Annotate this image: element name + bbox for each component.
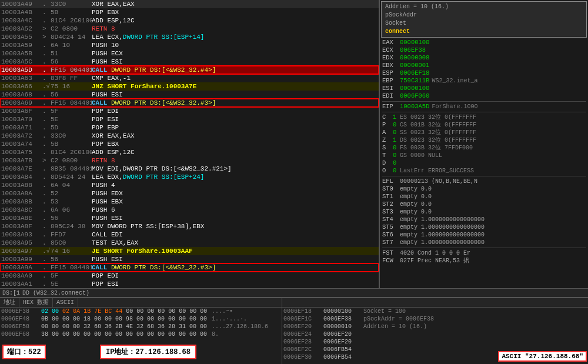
stack-panel[interactable]: 0006EF18 00000100 Socket = 100 0006EF1C … bbox=[282, 298, 588, 364]
table-row[interactable]: 10003A8B . 53 PUSH EBX bbox=[0, 198, 379, 206]
connect-socket: Socket bbox=[385, 19, 583, 28]
table-row[interactable]: 10003A75 . 81C4 2C01000 ADD ESP,12C bbox=[0, 148, 379, 156]
hex-row[interactable]: 0006EF38 02 00 02 0A 1B 7E BC 44 00 00 0… bbox=[0, 308, 282, 315]
table-row[interactable]: 10003A99 . 56 PUSH ESI bbox=[0, 255, 379, 263]
ip-label-box: IP地址：27.126.188.68 bbox=[100, 345, 196, 359]
flag-s: S 0 FS 003B 32位 7FFDF000 bbox=[382, 144, 586, 152]
table-row[interactable]: 10003A8A . 52 PUSH EDX bbox=[0, 189, 379, 198]
hex-panel[interactable]: 地址 HEX 数据 ASCII 0006EF38 02 00 02 0A 1B … bbox=[0, 298, 282, 364]
table-row[interactable]: 10003AA1 . 5E POP ESI bbox=[0, 280, 379, 288]
hex-row[interactable]: 0006EF58 00 00 00 00 32 68 36 2B 4E 32 6… bbox=[0, 323, 282, 330]
status-ds-label: DS:[1 bbox=[2, 290, 20, 296]
table-row[interactable]: 10003A97 .√ 74 16 JE SHORT ForShare.1000… bbox=[0, 247, 379, 255]
register-ecx: ECX 006EF38 bbox=[382, 46, 586, 54]
fpu-st7: ST7 empty 1.0000000000000000 bbox=[382, 239, 586, 246]
fcw-row: FCW 027F Prec NEAR,53 捃 bbox=[382, 257, 586, 265]
right-panel: AddrLen = 10 (16.) pSockAddr Socket conn… bbox=[379, 0, 588, 288]
table-row[interactable]: 10003A8C . 6A 06 PUSH 6 bbox=[0, 206, 379, 214]
table-row[interactable]: 10003AA0 . 5F POP EDI bbox=[0, 272, 379, 280]
table-row[interactable]: 10003A69 . FF15 08440110 CALL DWORD PTR … bbox=[0, 99, 379, 107]
connect-annotation: AddrLen = 10 (16.) pSockAddr Socket conn… bbox=[381, 1, 587, 38]
ascii-value-box: ASCII "27.126.188.68" bbox=[498, 351, 587, 362]
disasm-panel[interactable]: 10003A49 . 33C0 XOR EAX,EAX 10003A4B . 5… bbox=[0, 0, 379, 288]
stack-row[interactable]: 0006EF1C 0006EF38 pSockAddr = 0006EF38 bbox=[282, 315, 588, 323]
main-container: 10003A49 . 33C0 XOR EAX,EAX 10003A4B . 5… bbox=[0, 0, 588, 364]
register-eax: EAX 00000100 bbox=[382, 39, 586, 46]
register-ebx: EBX 00000001 bbox=[382, 62, 586, 69]
fpu-st2: ST2 empty 0.0 bbox=[382, 201, 586, 208]
flag-z: Z 1 DS 0023 32位 0(FFFFFFF bbox=[382, 136, 586, 144]
table-row[interactable]: 10003A66 .√ 75 16 JNZ SHORT ForShare.100… bbox=[0, 82, 379, 91]
flag-o: O 0 LastErr ERROR_SUCCESS bbox=[382, 167, 586, 175]
status-ds-value: DD (WS2_32.connect) bbox=[22, 290, 89, 296]
table-row[interactable]: 10003A84 . 8D5424 24 LEA EDX,DWORD PTR S… bbox=[0, 173, 379, 181]
table-row[interactable]: 10003A8E . 56 PUSH ESI bbox=[0, 214, 379, 222]
top-section: 10003A49 . 33C0 XOR EAX,EAX 10003A4B . 5… bbox=[0, 0, 588, 288]
register-esp: ESP 0006EF18 bbox=[382, 69, 586, 77]
stack-panel-header bbox=[282, 298, 588, 308]
hex-rows: 0006EF38 02 00 02 0A 1B 7E BC 44 00 00 0… bbox=[0, 308, 282, 338]
table-row[interactable]: 10003A6F . 5F POP EDI bbox=[0, 107, 379, 115]
table-row[interactable]: 10003A55 > 8D4C24 14 LEA ECX,DWORD PTR S… bbox=[0, 33, 379, 41]
table-row[interactable]: 10003A71 . 5D POP EBP bbox=[0, 123, 379, 132]
flag-c: C 1 ES 0023 32位 0(FFFFFFF bbox=[382, 113, 586, 121]
flag-d: D 0 bbox=[382, 159, 586, 167]
table-row[interactable]: 10003A7B > C2 0800 RETN 8 bbox=[0, 156, 379, 165]
register-efl: EFL 00000213 (NO,B,NE,BE,N bbox=[382, 178, 586, 185]
hex-row[interactable]: 0006EF68 38 00 00 00 00 00 00 00 00 00 0… bbox=[0, 330, 282, 338]
table-row[interactable]: 10003A88 . 6A 04 PUSH 4 bbox=[0, 181, 379, 189]
table-row[interactable]: 10003A93 . FFD7 CALL EDI bbox=[0, 231, 379, 239]
table-row[interactable]: 10003A4B . 5B POP EBX bbox=[0, 8, 379, 16]
hex-row[interactable]: 0006EF48 0B 00 00 00 18 00 00 00 98 00 0… bbox=[0, 315, 282, 323]
fpu-st4: ST4 empty 1.0000000000000000 bbox=[382, 216, 586, 223]
table-row[interactable]: 10003A68 . 56 PUSH ESI bbox=[0, 91, 379, 99]
table-row[interactable]: 10003A52 > C2 0800 RETN 8 bbox=[0, 25, 379, 33]
connect-psockaddr: pSockAddr bbox=[385, 11, 583, 19]
port-label-box: 端口：522 bbox=[2, 345, 46, 359]
table-row[interactable]: 10003A70 . 5E POP ESI bbox=[0, 115, 379, 123]
hex-panel-header: 地址 HEX 数据 ASCII bbox=[0, 298, 282, 308]
table-row[interactable]: 10003A59 . 6A 10 PUSH 10 bbox=[0, 41, 379, 49]
fpu-st1: ST1 empty 0.0 bbox=[382, 193, 586, 201]
table-row[interactable]: 10003A95 . 85C0 TEST EAX,EAX bbox=[0, 239, 379, 247]
bottom-section: 地址 HEX 数据 ASCII 0006EF38 02 00 02 0A 1B … bbox=[0, 298, 588, 364]
hex-data-label: HEX 数据 bbox=[19, 298, 53, 307]
fpu-st5: ST5 empty 1.0000000000000000 bbox=[382, 223, 586, 231]
table-row[interactable]: 10003A72 . 33C0 XOR EAX,EAX bbox=[0, 132, 379, 140]
connect-func: connect bbox=[385, 28, 583, 36]
stack-row[interactable]: 0006EF20 00000010 AddrLen = 10 (16.) bbox=[282, 323, 588, 330]
table-row[interactable]: 10003A63 . 83F8 FF CMP EAX,-1 bbox=[0, 74, 379, 82]
register-edi: EDI 0006F060 bbox=[382, 92, 586, 100]
registers-panel: EAX 00000100 ECX 006EF38 EDX 00000008 EB… bbox=[380, 38, 588, 288]
disasm-content: 10003A49 . 33C0 XOR EAX,EAX 10003A4B . 5… bbox=[0, 0, 379, 288]
flag-p: P 0 CS 001B 32位 0(FFFFFFF bbox=[382, 121, 586, 129]
fpu-st3: ST3 empty 0.0 bbox=[382, 208, 586, 216]
flag-a: A 0 SS 0023 32位 0(FFFFFFF bbox=[382, 129, 586, 136]
fpu-st6: ST6 empty 1.0000000000000000 bbox=[382, 231, 586, 239]
hex-addr-label: 地址 bbox=[0, 298, 19, 307]
register-edx: EDX 00000008 bbox=[382, 54, 586, 62]
stack-row[interactable]: 0006EF28 0006EF20 bbox=[282, 338, 588, 346]
status-bar: DS:[1 DD (WS2_32.connect) bbox=[0, 288, 588, 298]
table-row[interactable]: 10003A5B . 51 PUSH ECX bbox=[0, 49, 379, 58]
table-row[interactable]: 10003A49 . 33C0 XOR EAX,EAX bbox=[0, 0, 379, 8]
table-row[interactable]: 10003A7E . 8B35 0844011 MOV EDI,DWORD PT… bbox=[0, 165, 379, 173]
table-row[interactable]: 10003A74 . 5B POP EBX bbox=[0, 140, 379, 148]
table-row[interactable]: 10003A4C . 81C4 2C010000 ADD ESP,12C bbox=[0, 16, 379, 25]
connect-addrlen: AddrLen = 10 (16.) bbox=[385, 3, 583, 11]
table-row[interactable]: 10003A9A . FF15 08440110 CALL DWORD PTR … bbox=[0, 263, 379, 272]
stack-row[interactable]: 0006EF24 0006EF20 bbox=[282, 330, 588, 338]
table-row[interactable]: 10003A5C . 56 PUSH ESI bbox=[0, 58, 379, 66]
register-esi: ESI 00000100 bbox=[382, 85, 586, 92]
flag-t: T 0 GS 0000 NULL bbox=[382, 152, 586, 159]
fst-row: FST 4020 Cond 1 0 0 0 Er bbox=[382, 249, 586, 257]
register-ebp: EBP 759C311B WS2_32.inet_a bbox=[382, 77, 586, 85]
register-eip: EIP 10003A5D ForShare.1000 bbox=[382, 103, 586, 111]
table-row[interactable]: 10003A5D . FF15 00440110 CALL DWORD PTR … bbox=[0, 66, 379, 74]
fpu-st0: ST0 empty 0.0 bbox=[382, 185, 586, 193]
hex-ascii-label: ASCII bbox=[53, 298, 78, 307]
table-row[interactable]: 10003A8F . 895C24 38 MOV DWORD PTR SS:[E… bbox=[0, 222, 379, 231]
stack-row[interactable]: 0006EF18 00000100 Socket = 100 bbox=[282, 308, 588, 315]
